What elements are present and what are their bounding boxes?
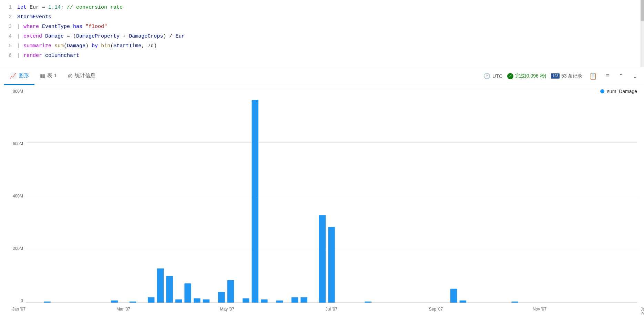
chart-bar[interactable] (111, 301, 118, 303)
y-label: 400M (13, 194, 23, 198)
token-kw-op (82, 24, 85, 30)
success-dot: ✓ (507, 73, 513, 79)
chart-bar[interactable] (227, 280, 234, 303)
success-status: ✓ 完成(0.096 秒) (507, 73, 546, 79)
token-kw-op: ( (64, 43, 67, 49)
token-kw-op: = ( (64, 33, 76, 39)
y-label: 800M (13, 89, 23, 93)
chart-bar[interactable] (157, 268, 164, 303)
token-kw-op: ; (61, 4, 64, 10)
expand-button[interactable]: ⌃ (616, 71, 626, 81)
table-icon: ▦ (40, 72, 45, 79)
chart-bar[interactable] (44, 302, 51, 303)
toolbar-right: 🕐 UTC ✓ 完成(0.096 秒) 123 53 条记录 📋 ≡ ⌃ ⌄ (483, 71, 640, 81)
chart-inner (26, 89, 637, 303)
token-kw-op (70, 24, 73, 30)
chart-bar[interactable] (203, 299, 210, 303)
y-label: 200M (13, 246, 23, 251)
token-kw-str: "flood" (85, 24, 107, 30)
token-kw-op: + (120, 33, 129, 39)
records-icon: 123 (551, 73, 560, 79)
chart-bar[interactable] (328, 227, 335, 303)
token-kw-pipe: | (17, 53, 23, 59)
token-kw-op: ( (110, 43, 113, 49)
tab-graph-label: 图形 (19, 72, 29, 79)
token-kw-op (39, 24, 42, 30)
token-kw-pipe: | (17, 43, 23, 49)
token-kw-field: Damage (45, 33, 64, 39)
x-label: Sep '07 (429, 307, 443, 312)
line-content: | where EventType has "flood" (17, 22, 644, 32)
chart-area: sum_Damage 0200M400M600M800M Jan '07Mar … (0, 85, 644, 315)
chart-bar[interactable] (194, 298, 201, 303)
code-line-2: 2StormEvents (0, 12, 644, 22)
line-number: 5 (0, 41, 17, 51)
token-kw-field: StartTime (113, 43, 141, 49)
chart-bar[interactable] (218, 292, 225, 303)
chart-bar[interactable] (130, 302, 136, 303)
chart-bar[interactable] (261, 299, 268, 303)
y-label: 0 (21, 299, 23, 303)
chart-bar[interactable] (252, 100, 258, 303)
chart-bar[interactable] (450, 289, 457, 303)
chart-bar[interactable] (365, 302, 372, 303)
token-kw-table: StormEvents (17, 14, 51, 20)
token-kw-where: where (23, 24, 39, 30)
chart-bar[interactable] (276, 301, 283, 303)
editor-scrollbar[interactable] (641, 0, 644, 67)
status-text: 完成(0.096 秒) (515, 73, 546, 79)
token-kw-op (42, 33, 45, 39)
graph-icon: 📈 (10, 72, 17, 79)
utc-label: UTC (492, 73, 502, 79)
records-label: 53 条记录 (561, 73, 582, 79)
token-kw-op: , 7d) (141, 43, 157, 49)
code-line-3: 3| where EventType has "flood" (0, 22, 644, 32)
chart-bar[interactable] (148, 297, 155, 303)
chart-bar[interactable] (184, 283, 191, 303)
x-label: Jul '07 (326, 307, 337, 312)
token-kw-field: Eur (175, 33, 185, 39)
token-kw-field: DamageCrops (129, 33, 163, 39)
chart-bar[interactable] (511, 302, 518, 303)
token-kw-op (51, 43, 54, 49)
x-label: May '07 (220, 307, 234, 312)
tab-graph[interactable]: 📈 图形 (4, 67, 34, 85)
chart-bar[interactable] (319, 215, 326, 303)
clock-icon: 🕐 (483, 73, 490, 79)
tab-table[interactable]: ▦ 表 1 (34, 67, 62, 85)
chart-bar[interactable] (166, 276, 173, 303)
collapse-button[interactable]: ⌄ (631, 71, 640, 81)
tab-stats[interactable]: ◎ 统计信息 (62, 67, 101, 85)
chart-bar[interactable] (300, 297, 307, 303)
chart-bar[interactable] (243, 298, 249, 303)
code-editor[interactable]: 1let Eur = 1.14; // conversion rate2Stor… (0, 0, 644, 67)
code-lines: 1let Eur = 1.14; // conversion rate2Stor… (0, 3, 644, 61)
token-kw-render: render (23, 53, 42, 59)
chart-bar[interactable] (292, 297, 298, 303)
stats-icon: ◎ (68, 72, 73, 79)
token-kw-pipe: | (17, 24, 23, 30)
line-number: 1 (0, 3, 17, 12)
layout-button[interactable]: ≡ (604, 71, 612, 81)
token-kw-num: 1.14 (48, 4, 61, 10)
token-kw-op (98, 43, 101, 49)
token-kw-op: ) (85, 43, 92, 49)
token-kw-func: sum (54, 43, 64, 49)
token-kw-op: Eur = (27, 4, 48, 10)
token-kw-pipe: | (17, 33, 23, 39)
code-line-4: 4| extend Damage = (DamageProperty + Dam… (0, 32, 644, 41)
token-kw-field: DamageProperty (76, 33, 120, 39)
chart-bar[interactable] (460, 301, 467, 303)
copy-button[interactable]: 📋 (587, 71, 599, 81)
x-label: Jan '07 (12, 307, 25, 312)
token-kw-by: by (92, 43, 98, 49)
scrollbar-thumb[interactable] (641, 0, 644, 21)
chart-container: 0200M400M600M800M (7, 89, 637, 315)
chart-bar[interactable] (175, 299, 182, 303)
toolbar: 📈 图形 ▦ 表 1 ◎ 统计信息 🕐 UTC ✓ 完成(0.096 秒) 12… (0, 67, 644, 85)
y-axis: 0200M400M600M800M (7, 89, 26, 303)
x-label: Nov '07 (533, 307, 546, 312)
code-line-6: 6| render columnchart (0, 51, 644, 61)
x-label: Mar '07 (116, 307, 130, 312)
line-number: 2 (0, 12, 17, 22)
